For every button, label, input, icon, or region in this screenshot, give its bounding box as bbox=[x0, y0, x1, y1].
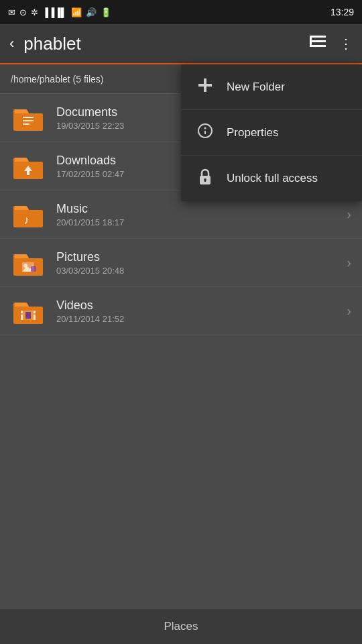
file-info-pictures: Pictures 03/03/2015 20:48 bbox=[56, 250, 347, 276]
file-item-videos[interactable]: Videos 20/11/2014 21:52 › bbox=[0, 287, 362, 335]
file-item-pictures[interactable]: Pictures 03/03/2015 20:48 › bbox=[0, 239, 362, 287]
toolbar: ‹ phablet ⋮ bbox=[0, 24, 362, 64]
more-options-button[interactable]: ⋮ bbox=[339, 36, 353, 52]
dropdown-item-properties[interactable]: Properties bbox=[181, 110, 362, 156]
info-icon bbox=[196, 123, 215, 143]
svg-rect-15 bbox=[21, 315, 23, 317]
chevron-icon-music: › bbox=[347, 207, 351, 222]
status-time: 13:29 bbox=[330, 7, 354, 17]
volume-icon: 🔊 bbox=[86, 7, 97, 17]
folder-icon-videos bbox=[11, 294, 46, 329]
new-folder-label: New Folder bbox=[227, 80, 285, 94]
svg-rect-19 bbox=[34, 317, 36, 320]
bluetooth-icon: ✲ bbox=[31, 7, 38, 17]
folder-icon-music: ♪ bbox=[11, 197, 46, 232]
mail-icon: ✉ bbox=[8, 7, 15, 17]
file-date-pictures: 03/03/2015 20:48 bbox=[56, 266, 347, 276]
location-icon: ⊙ bbox=[19, 7, 27, 17]
folder-icon-documents bbox=[11, 101, 46, 136]
file-info-music: Music 20/01/2015 18:17 bbox=[56, 202, 347, 227]
battery-icon: 🔋 bbox=[101, 7, 111, 17]
svg-rect-4 bbox=[23, 117, 34, 118]
svg-rect-12 bbox=[31, 266, 36, 272]
back-button[interactable]: ‹ bbox=[9, 35, 14, 52]
svg-rect-18 bbox=[34, 315, 36, 317]
svg-rect-1 bbox=[310, 40, 326, 42]
folder-icon-pictures bbox=[11, 246, 46, 280]
dropdown-item-new-folder[interactable]: New Folder bbox=[181, 64, 362, 110]
file-date-music: 20/01/2015 18:17 bbox=[56, 217, 347, 227]
svg-rect-6 bbox=[23, 123, 29, 125]
svg-rect-28 bbox=[204, 180, 206, 182]
file-name-music: Music bbox=[56, 202, 347, 216]
app-title: phablet bbox=[23, 34, 310, 54]
dropdown-menu: New Folder Properties Unlock full access bbox=[181, 64, 362, 201]
lock-icon bbox=[196, 168, 215, 189]
folder-icon-downloads bbox=[11, 149, 46, 184]
chevron-icon-videos: › bbox=[347, 303, 351, 319]
toolbar-actions: ⋮ bbox=[310, 36, 353, 52]
list-view-button[interactable] bbox=[310, 36, 326, 52]
dropdown-item-unlock[interactable]: Unlock full access bbox=[181, 156, 362, 201]
svg-rect-5 bbox=[23, 120, 34, 121]
plus-icon bbox=[196, 77, 215, 97]
file-info-videos: Videos 20/11/2014 21:52 bbox=[56, 299, 347, 324]
svg-rect-3 bbox=[310, 36, 312, 47]
places-label: Places bbox=[164, 620, 198, 633]
bottom-bar[interactable]: Places bbox=[0, 609, 362, 644]
svg-rect-2 bbox=[310, 45, 326, 47]
breadcrumb-text: /home/phablet (5 files) bbox=[11, 74, 104, 85]
unlock-label: Unlock full access bbox=[227, 172, 318, 185]
wifi-icon: 📶 bbox=[71, 7, 82, 17]
status-bar-left: ✉ ⊙ ✲ ▐▐▐▌ 📶 🔊 🔋 bbox=[8, 7, 324, 17]
svg-rect-17 bbox=[34, 311, 36, 313]
svg-rect-0 bbox=[310, 36, 326, 38]
svg-rect-20 bbox=[25, 312, 31, 319]
file-name-videos: Videos bbox=[56, 299, 347, 313]
svg-text:♪: ♪ bbox=[23, 213, 29, 227]
file-date-videos: 20/11/2014 21:52 bbox=[56, 314, 347, 324]
file-name-pictures: Pictures bbox=[56, 250, 347, 264]
svg-rect-14 bbox=[21, 311, 23, 313]
svg-rect-22 bbox=[198, 84, 212, 87]
properties-label: Properties bbox=[227, 126, 278, 140]
signal-icon: ▐▐▐▌ bbox=[42, 7, 67, 17]
status-bar: ✉ ⊙ ✲ ▐▐▐▌ 📶 🔊 🔋 13:29 bbox=[0, 0, 362, 24]
chevron-icon-pictures: › bbox=[347, 255, 351, 270]
svg-rect-16 bbox=[21, 317, 23, 320]
